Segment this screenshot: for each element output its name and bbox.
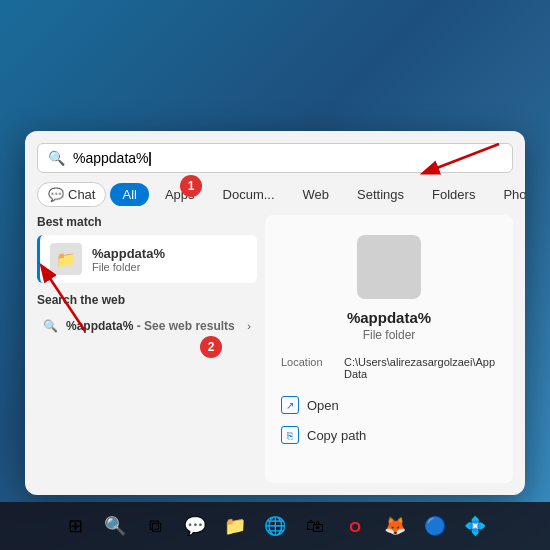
taskbar-search[interactable]: 🔍 [97, 508, 133, 544]
taskbar-chrome[interactable]: 🔵 [417, 508, 453, 544]
right-panel: %appdata% File folder Location C:\Users\… [265, 215, 513, 483]
detail-folder-icon [357, 235, 421, 299]
tab-folders[interactable]: Folders [420, 183, 487, 206]
detail-actions: ↗ Open ⎘ Copy path [281, 394, 497, 446]
best-match-subtitle: File folder [92, 261, 165, 273]
detail-subtitle: File folder [363, 328, 416, 342]
tab-chat[interactable]: 💬 Chat [37, 182, 106, 207]
svg-line-1 [429, 144, 499, 171]
annotation-2: 2 [200, 336, 222, 358]
open-icon: ↗ [281, 396, 299, 414]
detail-title: %appdata% [347, 309, 431, 326]
taskbar-edge[interactable]: 🌐 [257, 508, 293, 544]
action-copy-path[interactable]: ⎘ Copy path [281, 424, 497, 446]
meta-location-label: Location [281, 356, 336, 368]
tab-settings[interactable]: Settings [345, 183, 416, 206]
filter-tabs: 💬 Chat All Apps Docum... Web Settings Fo… [25, 181, 525, 215]
detail-meta: Location C:\Users\alirezasargolzaei\AppD… [281, 356, 497, 380]
svg-line-3 [45, 271, 85, 331]
tab-photos[interactable]: Photos [491, 183, 525, 206]
action-open[interactable]: ↗ Open [281, 394, 497, 416]
left-panel: 2 Best match 📁 %appdata% File folder Sea… [37, 215, 257, 483]
taskbar-opera[interactable]: O [337, 508, 373, 544]
taskbar-taskview[interactable]: ⧉ [137, 508, 173, 544]
taskbar-firefox[interactable]: 🦊 [377, 508, 413, 544]
action-copy-path-label: Copy path [307, 428, 366, 443]
taskbar-teams[interactable]: 💬 [177, 508, 213, 544]
search-bar-icon: 🔍 [48, 150, 65, 166]
best-match-label: Best match [37, 215, 257, 229]
taskbar-windows[interactable]: ⊞ [57, 508, 93, 544]
arrow-1 [419, 139, 509, 179]
main-content: 2 Best match 📁 %appdata% File folder Sea… [25, 215, 525, 495]
tab-web[interactable]: Web [291, 183, 342, 206]
action-open-label: Open [307, 398, 339, 413]
taskbar-explorer[interactable]: 📁 [217, 508, 253, 544]
desktop: 1 🔍 %appdata% 💬 Chat All Apps [0, 0, 550, 550]
best-match-title: %appdata% [92, 246, 165, 261]
taskbar-store[interactable]: 🛍 [297, 508, 333, 544]
copy-path-icon: ⎘ [281, 426, 299, 444]
search-popup: 1 🔍 %appdata% 💬 Chat All Apps [25, 131, 525, 495]
taskbar: ⊞ 🔍 ⧉ 💬 📁 🌐 🛍 O 🦊 🔵 💠 [0, 502, 550, 550]
web-result-suffix: - See web results [137, 319, 235, 333]
annotation-1: 1 [180, 175, 202, 197]
web-result-chevron: › [247, 320, 251, 332]
tab-documents[interactable]: Docum... [211, 183, 287, 206]
taskbar-discord[interactable]: 💠 [457, 508, 493, 544]
meta-location-value: C:\Users\alirezasargolzaei\AppData [344, 356, 497, 380]
tab-all[interactable]: All [110, 183, 148, 206]
chat-icon: 💬 [48, 187, 64, 202]
arrow-2 [35, 261, 95, 341]
best-match-info: %appdata% File folder [92, 246, 165, 273]
